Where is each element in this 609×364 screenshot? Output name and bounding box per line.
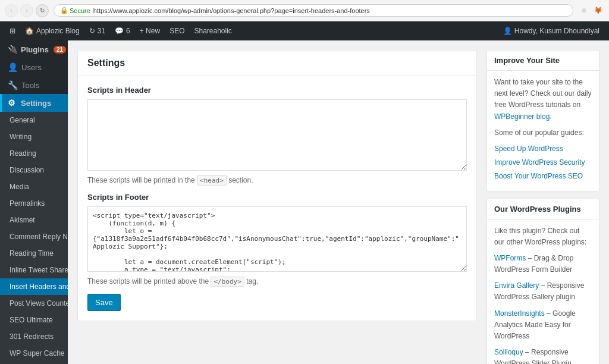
settings-panel: Settings Scripts in Header These scripts… bbox=[77, 50, 477, 321]
site-name-label: Applozic Blog bbox=[36, 27, 80, 35]
soliloquy-entry: Soliloquy – Responsive WordPress Slider … bbox=[494, 347, 592, 364]
sidebar-item-media[interactable]: Media bbox=[0, 178, 68, 195]
site-icon: 🏠 bbox=[25, 27, 34, 35]
improve-widget: Improve Your Site Want to take your site… bbox=[486, 50, 599, 192]
browser-chrome: ‹ › ↻ 🔒 Secure https://www.applozic.com/… bbox=[0, 0, 609, 21]
header-note-suffix: section. bbox=[228, 176, 253, 184]
insert-headers-label: Insert Headers and Footers bbox=[10, 283, 68, 291]
speed-link[interactable]: Speed Up WordPress bbox=[494, 143, 592, 155]
right-sidebar: Improve Your Site Want to take your site… bbox=[486, 50, 599, 354]
forward-button[interactable]: › bbox=[20, 4, 33, 17]
settings-submenu: General Writing Reading Discussion Media… bbox=[0, 112, 68, 364]
post-views-label: Post Views Counter bbox=[10, 299, 68, 307]
comments-item[interactable]: 💬 6 bbox=[110, 21, 135, 40]
envira-entry: Envira Gallery – Responsive WordPress Ga… bbox=[494, 280, 592, 303]
soliloquy-link[interactable]: Soliloquy bbox=[494, 348, 523, 356]
sidebar-item-post-views[interactable]: Post Views Counter bbox=[0, 295, 68, 312]
back-button[interactable]: ‹ bbox=[5, 4, 18, 17]
envira-link[interactable]: Envira Gallery bbox=[494, 281, 539, 290]
improve-widget-title: Improve Your Site bbox=[487, 51, 599, 71]
improve-intro-text: Want to take your site to the next level… bbox=[494, 78, 591, 109]
general-label: General bbox=[10, 116, 35, 124]
plugins-widget-title: Our WordPress Plugins bbox=[487, 199, 599, 219]
seo-link[interactable]: Boost Your WordPress SEO bbox=[494, 171, 592, 182]
sidebar-item-301[interactable]: 301 Redirects bbox=[0, 328, 68, 345]
updates-count: 31 bbox=[98, 27, 105, 35]
wpforms-entry: WPForms – Drag & Drop WordPress Form Bui… bbox=[494, 253, 592, 275]
seo-item[interactable]: SEO bbox=[165, 21, 189, 40]
sidebar-item-discussion[interactable]: Discussion bbox=[0, 162, 68, 178]
popular-guides-label: Some of our popular guides: bbox=[494, 127, 592, 139]
sidebar-item-permalinks[interactable]: Permalinks bbox=[0, 195, 68, 212]
user-greeting[interactable]: 👤 Howdy, Kusum Dhoundiyal bbox=[498, 27, 604, 35]
secure-badge: 🔒 Secure bbox=[60, 7, 90, 14]
site-name-item[interactable]: 🏠 Applozic Blog bbox=[20, 21, 84, 40]
akismet-label: Akismet bbox=[10, 216, 35, 224]
plugins-intro: Like this plugin? Check out our other Wo… bbox=[494, 225, 592, 248]
footer-note-suffix: tag. bbox=[246, 277, 258, 285]
sidebar-item-settings[interactable]: ⚙ Settings bbox=[0, 94, 68, 112]
sidebar-item-inline-tweet[interactable]: Inline Tweet Sharer bbox=[0, 262, 68, 278]
comments-icon: 💬 bbox=[115, 27, 124, 35]
wp-logo-item[interactable]: ⊞ bbox=[5, 21, 20, 40]
sidebar-item-insert-headers[interactable]: Insert Headers and Footers bbox=[0, 278, 68, 295]
footer-section-note: These scripts will be printed above the … bbox=[87, 277, 467, 285]
sidebar-item-wp-super-cache[interactable]: WP Super Cache bbox=[0, 345, 68, 362]
sidebar-item-plugins[interactable]: 🔌 Plugins 21 bbox=[0, 40, 68, 58]
user-greeting-text: Howdy, Kusum Dhoundiyal bbox=[514, 27, 599, 35]
seo-ultimate-label: SEO Ultimate bbox=[10, 316, 53, 324]
inline-tweet-label: Inline Tweet Sharer bbox=[10, 266, 68, 274]
sidebar-item-akismet[interactable]: Akismet bbox=[0, 212, 68, 228]
plugins-widget-body: Like this plugin? Check out our other Wo… bbox=[487, 219, 599, 365]
sidebar-item-users[interactable]: 👤 Users bbox=[0, 58, 68, 76]
address-bar[interactable]: 🔒 Secure https://www.applozic.com/blog/w… bbox=[54, 4, 573, 17]
bookmark-icon[interactable]: ☆ bbox=[578, 5, 590, 17]
security-link[interactable]: Improve WordPress Security bbox=[494, 157, 592, 168]
firefox-icon: 🦊 bbox=[592, 5, 604, 17]
comments-count: 6 bbox=[126, 27, 130, 35]
shareaholic-label: Shareaholic bbox=[194, 27, 231, 35]
nav-buttons: ‹ › ↻ bbox=[5, 4, 49, 17]
header-scripts-textarea[interactable] bbox=[87, 99, 467, 171]
sidebar-item-tools[interactable]: 🔧 Tools bbox=[0, 76, 68, 94]
sidebar-tools-label: Tools bbox=[21, 81, 39, 90]
user-icon: 👤 bbox=[503, 27, 512, 35]
sidebar-item-wp-popular[interactable]: WordPress Popular Posts bbox=[0, 362, 68, 364]
plugins-widget: Our WordPress Plugins Like this plugin? … bbox=[486, 199, 599, 365]
footer-scripts-textarea[interactable]: <script type="text/javascript"> (functio… bbox=[87, 206, 467, 272]
header-section-note: These scripts will be printed in the <he… bbox=[87, 176, 467, 184]
tools-icon: 🔧 bbox=[8, 80, 18, 90]
reload-button[interactable]: ↻ bbox=[36, 4, 49, 17]
monsterinsights-link[interactable]: MonsterInsights bbox=[494, 309, 545, 318]
url-text: https://www.applozic.com/blog/wp-admin/o… bbox=[93, 7, 370, 14]
settings-body: Scripts in Header These scripts will be … bbox=[78, 76, 476, 321]
monsterinsights-entry: MonsterInsights – Google Analytics Made … bbox=[494, 308, 592, 343]
shareaholic-item[interactable]: Shareaholic bbox=[189, 21, 236, 40]
redirects-label: 301 Redirects bbox=[10, 332, 54, 341]
writing-label: Writing bbox=[10, 133, 32, 141]
sidebar-item-reading[interactable]: Reading bbox=[0, 145, 68, 162]
sidebar-item-comment-reply[interactable]: Comment Reply Notification bbox=[0, 228, 68, 245]
wp-layout: 🔌 Plugins 21 👤 Users 🔧 Tools ⚙ Settings … bbox=[0, 40, 609, 364]
sidebar-item-seo-ultimate[interactable]: SEO Ultimate bbox=[0, 312, 68, 328]
wp-super-cache-label: WP Super Cache bbox=[10, 349, 65, 357]
sidebar-item-writing[interactable]: Writing bbox=[0, 128, 68, 145]
body-tag-code: </body> bbox=[211, 277, 244, 287]
new-item[interactable]: + New bbox=[135, 21, 165, 40]
updates-item[interactable]: ↻ 31 bbox=[84, 21, 110, 40]
sidebar-item-reading-time[interactable]: Reading Time bbox=[0, 245, 68, 262]
header-section-label: Scripts in Header bbox=[87, 86, 467, 95]
permalinks-label: Permalinks bbox=[10, 199, 45, 208]
sidebar-plugins-label: Plugins bbox=[21, 45, 49, 54]
reading-label: Reading bbox=[10, 149, 36, 158]
seo-label: SEO bbox=[169, 27, 184, 35]
header-note-prefix: These scripts will be printed in the bbox=[87, 176, 197, 184]
wpforms-link[interactable]: WPForms bbox=[494, 254, 526, 262]
sidebar-item-general[interactable]: General bbox=[0, 112, 68, 128]
sidebar-menu: 🔌 Plugins 21 👤 Users 🔧 Tools ⚙ Settings … bbox=[0, 40, 68, 364]
sidebar-users-label: Users bbox=[21, 63, 42, 72]
save-button[interactable]: Save bbox=[87, 294, 121, 311]
wpbeginner-link[interactable]: WPBeginner blog. bbox=[494, 112, 552, 121]
footer-note-prefix: These scripts will be printed above the bbox=[87, 277, 211, 285]
comment-reply-label: Comment Reply Notification bbox=[10, 233, 68, 241]
